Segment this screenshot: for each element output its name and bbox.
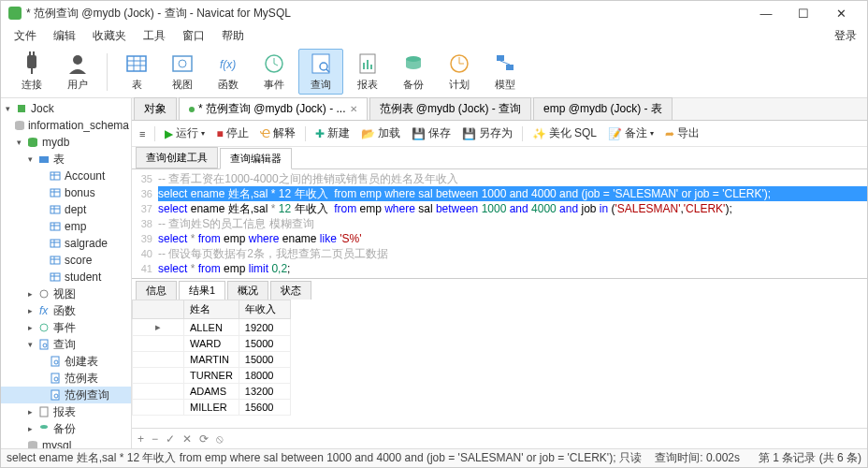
tool-query[interactable]: 查询 (298, 49, 343, 95)
table-row[interactable]: ▸ALLEN19200 (133, 319, 291, 336)
tool-event[interactable]: 事件 (253, 50, 296, 94)
menu-file[interactable]: 文件 (7, 26, 44, 46)
tree-item-函数[interactable]: ▸fx函数 (1, 302, 131, 319)
view-icon (170, 51, 195, 76)
line-number: 38 (132, 216, 158, 231)
maximize-button[interactable]: ☐ (785, 7, 822, 21)
beautify-button[interactable]: ✨美化 SQL (530, 124, 599, 143)
tab-table-emp[interactable]: emp @mydb (Jock) - 表 (533, 97, 673, 120)
tab-query1[interactable]: * 范例查询 @mydb (Jock) - ...✕ (179, 97, 368, 120)
sql-editor[interactable]: 35-- 查看工资在1000-4000之间的推销或销售员的姓名及年收入 36se… (132, 169, 867, 278)
svg-point-57 (40, 324, 48, 331)
tree-item-mydb[interactable]: ▾mydb (1, 134, 131, 151)
nav-add-icon[interactable]: + (137, 432, 144, 446)
load-button[interactable]: 📂加载 (359, 124, 402, 143)
code-line: select * from emp where ename like 'S%' (158, 231, 867, 246)
query-icon (309, 51, 333, 76)
export-label: 导出 (677, 125, 700, 141)
table-row[interactable]: TURNER18000 (133, 368, 291, 384)
table-row[interactable]: MILLER15600 (133, 400, 291, 416)
svg-rect-40 (51, 206, 60, 213)
nav-check-icon[interactable]: ✓ (166, 432, 175, 446)
nav-stop-icon[interactable]: ⦸ (216, 432, 224, 446)
tab-query2[interactable]: 范例表 @mydb (Jock) - 查询 (369, 97, 532, 120)
run-button[interactable]: ▶运行▾ (163, 124, 207, 143)
minimize-button[interactable]: — (747, 7, 785, 21)
tool-table-label: 表 (132, 78, 142, 92)
tool-user[interactable]: 用户 (56, 50, 99, 94)
tree-item-score[interactable]: score (1, 252, 131, 269)
table-row[interactable]: WARD15000 (133, 336, 291, 352)
menu-help[interactable]: 帮助 (214, 26, 252, 46)
tree-item-表[interactable]: ▾表 (1, 151, 131, 168)
nav-refresh-icon[interactable]: ⟳ (199, 432, 209, 446)
explain-button[interactable]: Ҽ解释 (258, 124, 297, 143)
tool-report[interactable]: 报表 (346, 50, 389, 94)
stop-button[interactable]: ■停止 (214, 124, 250, 143)
tree-item-查询[interactable]: ▾查询 (1, 336, 131, 353)
clock-icon (262, 51, 286, 76)
tree-item-information_schema[interactable]: information_schema (1, 117, 131, 134)
tree-item-student[interactable]: student (1, 269, 131, 285)
tree-item-Account[interactable]: Account (1, 168, 131, 184)
tool-schedule[interactable]: 计划 (438, 50, 481, 94)
tool-schedule-label: 计划 (449, 78, 470, 92)
tree-item-范例查询[interactable]: 范例查询 (1, 387, 131, 403)
result-tab-status[interactable]: 状态 (270, 281, 311, 300)
subtab-editor[interactable]: 查询编辑器 (220, 148, 292, 169)
tree-item-bonus[interactable]: bonus (1, 184, 131, 201)
close-button[interactable]: ✕ (822, 7, 860, 21)
tree-item-创建表[interactable]: 创建表 (1, 353, 131, 370)
tree-item-mysql[interactable]: mysql (1, 437, 131, 448)
tab-objects[interactable]: 对象 (134, 97, 177, 120)
tree-item-salgrade[interactable]: salgrade (1, 235, 131, 252)
tab-close-icon[interactable]: ✕ (350, 104, 357, 114)
tool-table[interactable]: 表 (115, 50, 158, 94)
tree-item-emp[interactable]: emp (1, 218, 131, 235)
svg-point-4 (73, 55, 82, 65)
tool-func[interactable]: f(x) 函数 (207, 50, 250, 94)
saveas-button[interactable]: 💾另存为 (460, 124, 514, 143)
svg-rect-46 (51, 240, 60, 247)
tree-item-事件[interactable]: ▸事件 (1, 319, 131, 336)
svg-rect-27 (497, 55, 504, 61)
menu-window[interactable]: 窗口 (175, 26, 212, 46)
result-grid[interactable]: 姓名年收入▸ALLEN19200WARD15000MARTIN15000TURN… (132, 300, 867, 428)
dirty-indicator-icon (189, 107, 195, 112)
col-header[interactable]: 年收入 (239, 300, 290, 319)
nav-cancel-icon[interactable]: ✕ (182, 432, 192, 446)
menu-edit[interactable]: 编辑 (46, 26, 83, 46)
result-tab-info[interactable]: 信息 (136, 281, 177, 300)
menu-tools[interactable]: 工具 (136, 26, 173, 46)
function-icon: f(x) (216, 51, 240, 76)
tree-item-Jock[interactable]: ▾Jock (1, 100, 131, 117)
tree-item-范例表[interactable]: 范例表 (1, 370, 131, 387)
svg-line-29 (500, 61, 510, 65)
nav-remove-icon[interactable]: − (152, 432, 158, 446)
save-button[interactable]: 💾保存 (410, 124, 453, 143)
table-row[interactable]: MARTIN15000 (133, 352, 291, 368)
table-row[interactable]: ADAMS13200 (133, 384, 291, 400)
comment-button[interactable]: 📝备注▾ (606, 124, 656, 143)
menu-view[interactable]: 收藏夹 (85, 26, 134, 46)
result-tab-result[interactable]: 结果1 (179, 281, 225, 300)
tool-connect[interactable]: 连接 (10, 50, 53, 94)
tree-item-报表[interactable]: ▸报表 (1, 403, 131, 420)
status-sql: select ename 姓名,sal * 12 年收入 from emp wh… (7, 450, 642, 466)
tool-model[interactable]: 模型 (484, 50, 527, 94)
subtab-builder[interactable]: 查询创建工具 (136, 147, 218, 168)
tool-backup[interactable]: 备份 (392, 50, 435, 94)
login-link[interactable]: 登录 (834, 28, 861, 44)
menu-toggle[interactable]: ≡ (137, 126, 147, 141)
tree-item-dept[interactable]: dept (1, 201, 131, 218)
export-button[interactable]: ➦导出 (663, 124, 702, 143)
new-button[interactable]: ✚新建 (313, 124, 352, 143)
tree-item-备份[interactable]: ▸备份 (1, 420, 131, 437)
status-count: 第 1 条记录 (共 6 条) (759, 450, 861, 466)
tree-item-视图[interactable]: ▸视图 (1, 285, 131, 302)
result-tab-profile[interactable]: 概况 (227, 281, 268, 300)
tool-view[interactable]: 视图 (161, 50, 204, 94)
svg-rect-28 (506, 65, 514, 70)
object-tree[interactable]: ▾Jockinformation_schema▾mydb▾表Accountbon… (1, 98, 132, 448)
col-header[interactable]: 姓名 (184, 300, 239, 319)
